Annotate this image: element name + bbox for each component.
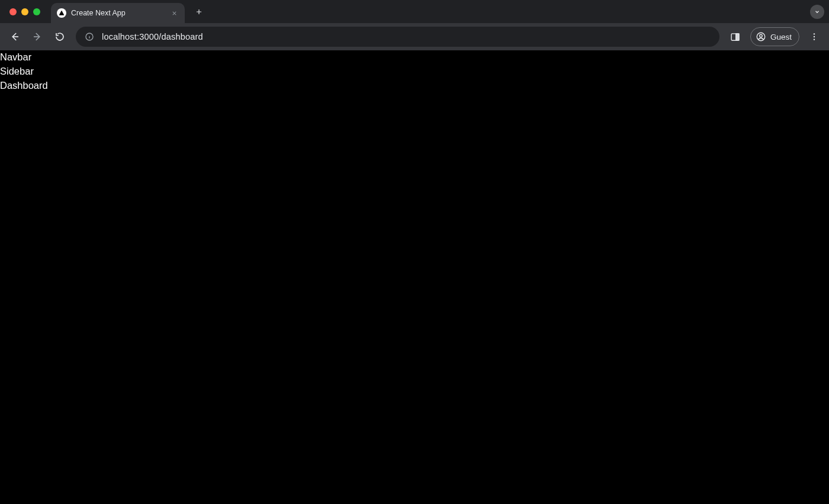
svg-point-10: [814, 38, 815, 40]
url-text: localhost:3000/dashboard: [102, 32, 203, 41]
address-bar[interactable]: localhost:3000/dashboard: [76, 27, 719, 47]
profile-icon: [756, 31, 766, 42]
page-viewport: Navbar Sidebar Dashboard: [0, 50, 829, 504]
profile-label: Guest: [770, 33, 792, 41]
new-tab-button[interactable]: [191, 4, 207, 20]
svg-rect-5: [736, 33, 739, 40]
profile-button[interactable]: Guest: [750, 27, 799, 46]
tab-favicon-icon: [57, 8, 66, 18]
tabs-dropdown-button[interactable]: [810, 5, 824, 19]
forward-button[interactable]: [27, 27, 47, 47]
reload-button[interactable]: [50, 27, 70, 47]
window-fullscreen-button[interactable]: [33, 8, 40, 15]
tab-title: Create Next App: [71, 9, 169, 17]
svg-point-8: [814, 33, 815, 34]
site-info-icon[interactable]: [84, 31, 95, 42]
dashboard-text: Dashboard: [0, 79, 829, 93]
sidebar-text: Sidebar: [0, 65, 829, 79]
browser-toolbar: localhost:3000/dashboard Guest: [0, 23, 829, 50]
svg-point-7: [760, 34, 763, 37]
browser-tab[interactable]: Create Next App: [51, 3, 185, 23]
window-minimize-button[interactable]: [21, 8, 28, 15]
tab-close-button[interactable]: [169, 8, 179, 18]
window-controls: [9, 8, 40, 15]
navbar-text: Navbar: [0, 50, 829, 65]
back-button[interactable]: [5, 27, 25, 47]
browser-tab-strip: Create Next App: [0, 0, 829, 23]
side-panel-button[interactable]: [725, 27, 746, 47]
browser-menu-button[interactable]: [804, 27, 824, 47]
window-close-button[interactable]: [9, 8, 17, 15]
svg-point-9: [814, 36, 815, 37]
